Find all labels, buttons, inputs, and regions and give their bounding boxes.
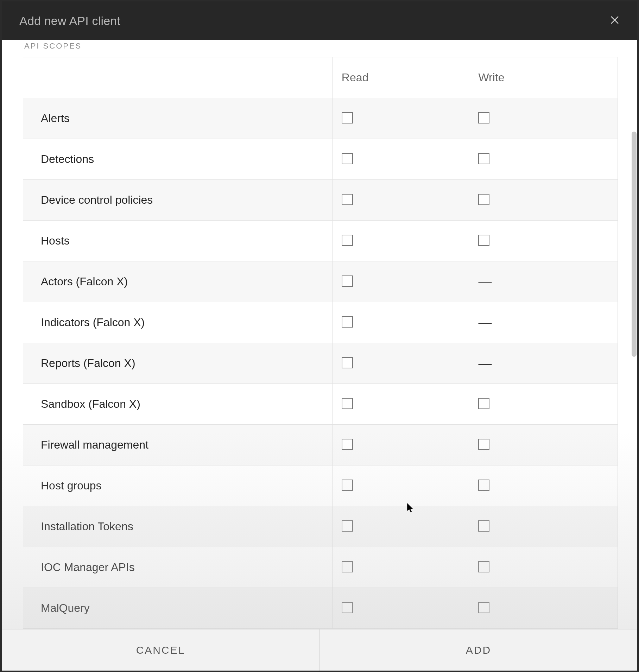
table-header-row: Read Write [23, 57, 618, 98]
api-scopes-table: Read Write AlertsDetectionsDevice contro… [23, 57, 618, 629]
scope-row: IOC Manager APIs [23, 547, 618, 588]
scope-row: Device control policies [23, 180, 618, 221]
scope-read-cell [332, 465, 469, 506]
scope-write-cell [469, 384, 618, 425]
column-header-write: Write [469, 57, 618, 98]
scope-read-checkbox[interactable] [342, 357, 353, 368]
scope-name: Firewall management [23, 425, 333, 465]
scope-row: Reports (Falcon X)— [23, 343, 618, 384]
scope-row: Detections [23, 139, 618, 180]
scope-read-cell [332, 425, 469, 465]
api-scopes-label: API SCOPES [23, 40, 618, 57]
scope-row: Indicators (Falcon X)— [23, 302, 618, 343]
scope-write-cell [469, 139, 618, 180]
scope-write-cell [469, 221, 618, 261]
scope-name: Detections [23, 139, 333, 180]
scope-write-checkbox[interactable] [478, 194, 489, 205]
scope-read-checkbox[interactable] [342, 316, 353, 328]
close-button[interactable] [606, 12, 623, 29]
scope-read-cell [332, 98, 469, 139]
scope-write-checkbox[interactable] [478, 112, 489, 123]
scope-name: IOC Manager APIs [23, 547, 333, 588]
close-icon [609, 15, 620, 27]
not-available-icon: — [478, 316, 492, 329]
scope-read-checkbox[interactable] [342, 398, 353, 409]
scope-read-checkbox[interactable] [342, 439, 353, 450]
not-available-icon: — [478, 275, 492, 289]
scope-read-checkbox[interactable] [342, 602, 353, 613]
scope-row: Alerts [23, 98, 618, 139]
scope-name: MalQuery [23, 588, 333, 629]
cancel-button[interactable]: CANCEL [2, 629, 320, 671]
scope-write-checkbox[interactable] [478, 480, 489, 491]
scope-write-checkbox[interactable] [478, 153, 489, 164]
scope-read-cell [332, 588, 469, 629]
scope-name: Hosts [23, 221, 333, 261]
scope-write-cell [469, 98, 618, 139]
scope-name: Installation Tokens [23, 506, 333, 547]
column-header-read: Read [332, 57, 469, 98]
scope-read-checkbox[interactable] [342, 194, 353, 205]
scope-write-checkbox[interactable] [478, 235, 489, 246]
scope-read-checkbox[interactable] [342, 112, 353, 123]
scope-read-checkbox[interactable] [342, 520, 353, 532]
add-api-client-modal: Add new API client API SCOPES Read Write [2, 1, 637, 671]
scope-read-cell [332, 384, 469, 425]
scope-name: Reports (Falcon X) [23, 343, 333, 384]
modal-body: API SCOPES Read Write AlertsDetectionsDe… [2, 40, 637, 629]
scope-row: Hosts [23, 221, 618, 261]
scope-row: Host groups [23, 465, 618, 506]
scope-name: Device control policies [23, 180, 333, 221]
scope-write-checkbox[interactable] [478, 439, 489, 450]
modal-footer: CANCEL ADD [2, 629, 637, 671]
scope-name: Indicators (Falcon X) [23, 302, 333, 343]
scope-row: Sandbox (Falcon X) [23, 384, 618, 425]
scope-write-cell [469, 180, 618, 221]
scope-row: MalQuery [23, 588, 618, 629]
scope-read-cell [332, 506, 469, 547]
column-header-name [23, 57, 333, 98]
scope-write-checkbox[interactable] [478, 602, 489, 613]
scrollbar-track[interactable] [631, 40, 637, 629]
modal-title: Add new API client [19, 14, 120, 28]
scope-read-cell [332, 261, 469, 302]
scope-write-cell [469, 588, 618, 629]
scope-name: Actors (Falcon X) [23, 261, 333, 302]
scope-write-cell [469, 547, 618, 588]
scope-name: Host groups [23, 465, 333, 506]
scope-read-cell [332, 139, 469, 180]
scope-name: Sandbox (Falcon X) [23, 384, 333, 425]
scope-write-cell: — [469, 261, 618, 302]
scope-read-checkbox[interactable] [342, 275, 353, 287]
scope-write-cell [469, 465, 618, 506]
scope-write-checkbox[interactable] [478, 520, 489, 532]
scope-row: Actors (Falcon X)— [23, 261, 618, 302]
scope-row: Firewall management [23, 425, 618, 465]
not-available-icon: — [478, 357, 492, 370]
scope-read-cell [332, 302, 469, 343]
scope-read-checkbox[interactable] [342, 153, 353, 164]
scope-write-cell [469, 506, 618, 547]
modal-header: Add new API client [2, 1, 637, 40]
scope-write-checkbox[interactable] [478, 398, 489, 409]
scope-write-cell [469, 425, 618, 465]
scope-row: Installation Tokens [23, 506, 618, 547]
scrollbar-thumb[interactable] [632, 132, 637, 357]
scope-read-cell [332, 343, 469, 384]
scope-write-cell: — [469, 302, 618, 343]
scope-read-checkbox[interactable] [342, 235, 353, 246]
scope-read-cell [332, 547, 469, 588]
scope-write-checkbox[interactable] [478, 561, 489, 572]
scope-name: Alerts [23, 98, 333, 139]
scope-read-checkbox[interactable] [342, 561, 353, 572]
scope-read-checkbox[interactable] [342, 480, 353, 491]
scope-read-cell [332, 180, 469, 221]
scope-write-cell: — [469, 343, 618, 384]
scope-read-cell [332, 221, 469, 261]
add-button[interactable]: ADD [320, 629, 637, 671]
